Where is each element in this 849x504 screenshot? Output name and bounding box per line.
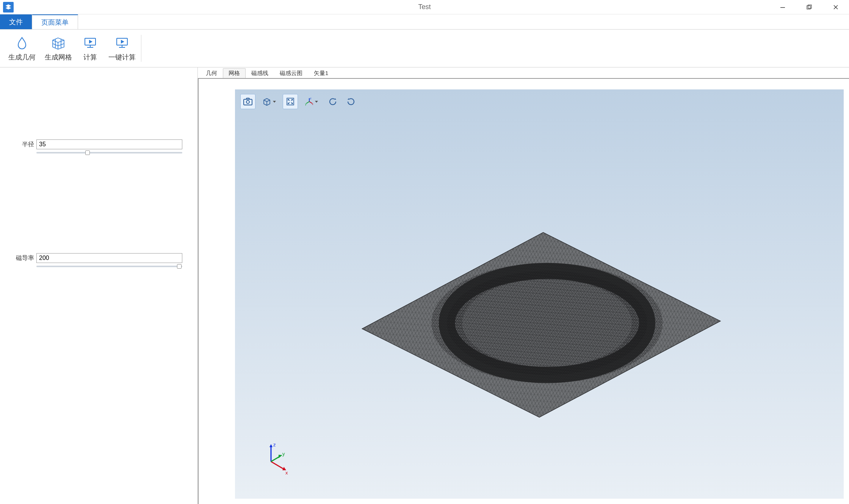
chevron-down-icon: [315, 101, 318, 103]
svg-marker-19: [279, 455, 282, 458]
permeability-slider[interactable]: [36, 265, 182, 268]
camera-icon: [243, 97, 253, 106]
radius-input[interactable]: [36, 139, 182, 149]
compute-button[interactable]: 计算: [77, 32, 104, 65]
play-screen-icon: [81, 35, 99, 50]
view-area: 几何 网格 磁感线 磁感云图 矢量1: [198, 67, 849, 504]
tab-page-menu[interactable]: 页面菜单: [32, 14, 78, 29]
close-icon: [833, 5, 838, 10]
main-area: 半径 磁导率 几何: [0, 67, 849, 504]
generate-mesh-button[interactable]: 生成网格: [40, 32, 77, 65]
svg-text:y: y: [305, 103, 307, 106]
one-click-compute-button[interactable]: 一键计算: [104, 32, 140, 65]
viewport-toolbar: z x y: [240, 94, 359, 109]
svg-marker-15: [269, 444, 273, 447]
viewport-3d[interactable]: z x y: [235, 89, 844, 499]
svg-text:x: x: [312, 103, 313, 105]
cube-icon: [262, 97, 271, 106]
radius-label: 半径: [15, 141, 34, 149]
screenshot-button[interactable]: [240, 94, 255, 109]
tab-file[interactable]: 文件: [0, 14, 32, 29]
svg-text:z: z: [310, 97, 312, 100]
view-tab-geometry[interactable]: 几何: [200, 68, 223, 78]
radius-parameter: 半径: [15, 139, 182, 155]
permeability-input[interactable]: [36, 253, 182, 263]
rotate-ccw-icon: [328, 97, 337, 106]
view-tab-mesh[interactable]: 网格: [223, 68, 246, 78]
parameters-panel: 半径 磁导率: [0, 67, 198, 504]
permeability-slider-thumb[interactable]: [177, 264, 182, 269]
view-tab-flux-cloud[interactable]: 磁感云图: [274, 68, 308, 78]
radius-slider[interactable]: [36, 151, 182, 155]
view-tab-vector[interactable]: 矢量1: [308, 68, 334, 78]
ribbon-separator: [141, 35, 141, 62]
svg-rect-7: [287, 98, 294, 105]
titlebar: Test: [0, 0, 849, 14]
drop-shape-icon: [13, 35, 31, 50]
layers-icon: [5, 4, 12, 11]
svg-point-6: [246, 100, 249, 103]
axis-triad: z x y: [258, 441, 292, 476]
permeability-parameter: 磁导率: [15, 253, 182, 268]
axis-y-label: y: [282, 451, 285, 457]
window-title: Test: [418, 3, 431, 11]
fit-view-button[interactable]: [283, 94, 298, 109]
view-cube-button[interactable]: [258, 94, 280, 109]
permeability-label: 磁导率: [15, 254, 34, 262]
axis-x-label: x: [285, 470, 288, 475]
maximize-button[interactable]: [796, 0, 822, 14]
cube-mesh-icon: [49, 35, 67, 50]
viewport-container: z x y: [198, 78, 849, 504]
ribbon-content: 生成几何 生成网格: [0, 30, 849, 67]
rotate-ccw-button[interactable]: [325, 94, 340, 109]
app-window: Test 文件 页面菜单 生: [0, 0, 849, 504]
chevron-down-icon: [273, 101, 276, 103]
view-tabs: 几何 网格 磁感线 磁感云图 矢量1: [198, 67, 849, 78]
close-button[interactable]: [822, 0, 849, 14]
axes-button[interactable]: z x y: [301, 94, 322, 109]
svg-rect-1: [807, 6, 810, 9]
svg-rect-2: [808, 5, 811, 8]
expand-arrows-icon: [286, 97, 295, 106]
app-icon: [3, 2, 14, 13]
maximize-icon: [807, 5, 812, 10]
ribbon-tabs: 文件 页面菜单: [0, 14, 849, 30]
axis-z-label: z: [273, 442, 276, 448]
svg-rect-0: [780, 7, 785, 8]
view-tab-flux-lines[interactable]: 磁感线: [246, 68, 274, 78]
rotate-cw-button[interactable]: [343, 94, 359, 109]
svg-line-16: [271, 462, 284, 469]
radius-slider-thumb[interactable]: [85, 150, 90, 155]
play-screen-icon: [113, 35, 131, 50]
window-controls: [769, 0, 849, 14]
generate-geometry-button[interactable]: 生成几何: [4, 32, 40, 65]
minimize-button[interactable]: [769, 0, 796, 14]
mesh-render: [235, 89, 844, 499]
minimize-icon: [780, 5, 785, 10]
axis-icon: z x y: [305, 97, 313, 106]
rotate-cw-icon: [346, 97, 356, 106]
